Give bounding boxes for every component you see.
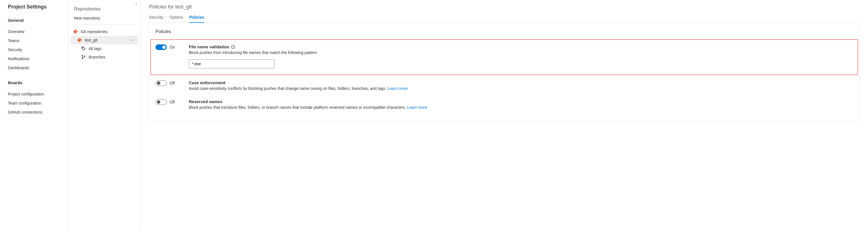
tree-root-git-repositories[interactable]: Git repositories — [70, 27, 138, 36]
svg-point-1 — [82, 55, 83, 56]
repositories-sidebar: ‹ Repositories New repository Git reposi… — [68, 0, 141, 230]
svg-point-3 — [84, 56, 85, 57]
toggle-state-label: On — [169, 45, 175, 50]
policy-desc: Block pushes from introducing file names… — [189, 50, 853, 55]
tab-options[interactable]: Options — [169, 15, 183, 23]
divider — [72, 24, 136, 25]
tab-policies[interactable]: Policies — [189, 15, 204, 23]
ps-section-title: General — [8, 18, 68, 23]
policy-case-enforcement: Off Case enforcement Avoid case-sensitiv… — [149, 75, 859, 94]
policy-desc: Block pushes that introduce files, folde… — [189, 105, 853, 110]
branch-icon — [81, 55, 86, 59]
tree-repo-label: test_git — [85, 38, 128, 42]
ps-item-security[interactable]: Security — [8, 45, 68, 54]
policy-desc: Avoid case-sensitivity conflicts by bloc… — [189, 86, 853, 91]
learn-more-link[interactable]: Learn more — [388, 86, 408, 91]
more-actions-icon[interactable]: ··· — [131, 38, 135, 42]
page-title: Policies for test_git — [149, 4, 860, 10]
toggle-case-enforcement[interactable] — [155, 80, 167, 86]
policy-file-name-validation: On File name validation Block pushes fro… — [150, 39, 858, 75]
ps-item-dashboards[interactable]: Dashboards — [8, 63, 68, 72]
svg-point-6 — [233, 46, 234, 46]
collapse-sidebar-icon[interactable]: ‹ — [135, 2, 137, 6]
ps-section-boards: Boards Project configuration Team config… — [8, 80, 68, 117]
ps-item-github-conn[interactable]: GitHub connections — [8, 108, 68, 117]
new-repository-link[interactable]: New repository — [68, 16, 140, 24]
ps-item-teams[interactable]: Teams — [8, 36, 68, 45]
tab-security[interactable]: Security — [149, 15, 163, 23]
repo-tree: Git repositories test_git ··· All tags B… — [68, 27, 140, 61]
git-icon — [77, 38, 82, 42]
policies-card: Policies On File name validation Block p… — [149, 23, 860, 121]
tree-root-label: Git repositories — [81, 29, 135, 34]
ps-item-overview[interactable]: Overview — [8, 27, 68, 36]
policy-title-text: Reserved names — [189, 99, 222, 104]
ps-item-team-config[interactable]: Team configuration — [8, 98, 68, 108]
tree-item-all-tags[interactable]: All tags — [70, 45, 138, 53]
project-settings-title: Project Settings — [8, 4, 68, 10]
policy-title-text: Case enforcement — [189, 80, 225, 85]
policy-tabs: Security Options Policies — [149, 15, 860, 23]
ps-item-notifications[interactable]: Notifications — [8, 54, 68, 63]
toggle-state-label: Off — [169, 100, 175, 104]
git-icon — [73, 29, 78, 34]
project-settings-sidebar: Project Settings General Overview Teams … — [0, 0, 68, 230]
ps-section-general: General Overview Teams Security Notifica… — [8, 18, 68, 72]
tree-repo-test-git[interactable]: test_git ··· — [70, 36, 138, 45]
tree-item-label: All tags — [89, 46, 135, 51]
tree-item-branches[interactable]: Branches — [70, 53, 138, 61]
policy-desc-text: Block pushes that introduce files, folde… — [189, 105, 407, 110]
toggle-file-name-validation[interactable] — [155, 45, 167, 50]
learn-more-link[interactable]: Learn more — [407, 105, 428, 110]
tree-item-label: Branches — [89, 55, 135, 59]
policy-title-text: File name validation — [189, 45, 229, 49]
main-pane: Policies for test_git Security Options P… — [141, 0, 868, 230]
repositories-title: Repositories — [68, 5, 140, 16]
toggle-reserved-names[interactable] — [155, 99, 167, 105]
info-icon[interactable] — [231, 45, 235, 49]
tag-icon — [81, 46, 86, 51]
policies-heading: Policies — [149, 29, 859, 39]
svg-point-2 — [82, 58, 83, 59]
svg-point-0 — [83, 48, 83, 48]
ps-item-project-config[interactable]: Project configuration — [8, 90, 68, 98]
file-name-pattern-input[interactable] — [189, 59, 275, 68]
toggle-state-label: Off — [169, 81, 175, 85]
policy-reserved-names: Off Reserved names Block pushes that int… — [149, 94, 859, 113]
ps-section-title: Boards — [8, 80, 68, 85]
policy-desc-text: Avoid case-sensitivity conflicts by bloc… — [189, 86, 388, 91]
